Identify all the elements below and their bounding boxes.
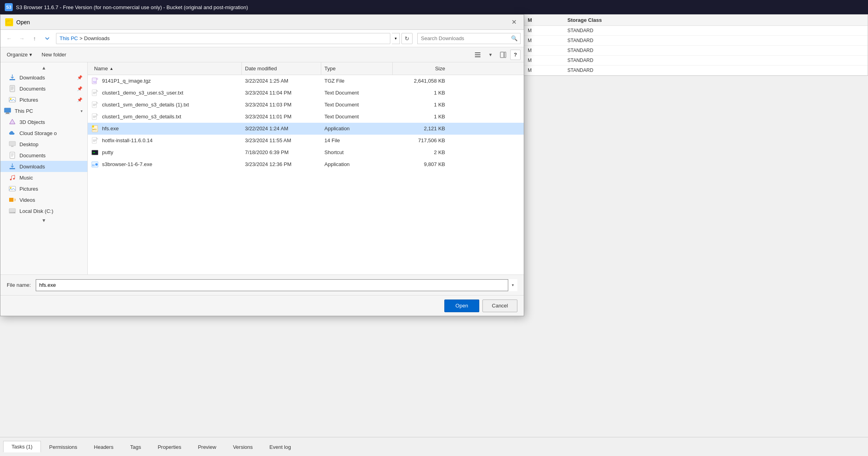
- nav-panel: ▲ Downloads 📌: [0, 62, 88, 274]
- tab-preview[interactable]: Preview: [189, 441, 224, 452]
- col-header-size[interactable]: Size: [393, 62, 448, 75]
- refresh-button[interactable]: ↻: [401, 33, 413, 44]
- view-dropdown-button[interactable]: ▾: [485, 50, 496, 60]
- tab-headers[interactable]: Headers: [86, 441, 122, 452]
- help-button[interactable]: ?: [510, 50, 521, 60]
- svg-rect-18: [10, 152, 15, 158]
- nav-cloud-storage[interactable]: Cloud Storage o: [0, 128, 87, 139]
- toolbar-left: Organize ▾ New folder: [4, 50, 69, 60]
- file-type: Text Document: [321, 90, 393, 96]
- address-bar: ← → ↑ This PC > Downloads ▾ ↻ 🔍: [0, 30, 524, 47]
- up-button[interactable]: ↑: [29, 33, 40, 44]
- breadcrumb-dropdown-button[interactable]: ▾: [392, 33, 400, 44]
- nav-local-disk-label: Local Disk (C:): [19, 208, 53, 214]
- nav-pictures-pc[interactable]: Pictures: [0, 183, 87, 194]
- nav-music[interactable]: Music: [0, 172, 87, 183]
- forward-button[interactable]: →: [16, 33, 27, 44]
- cancel-button[interactable]: Cancel: [482, 299, 517, 312]
- nav-desktop[interactable]: Desktop: [0, 139, 87, 150]
- file-name: cluster1_svm_demo_s3_details.txt: [102, 114, 181, 120]
- svg-rect-9: [9, 97, 15, 102]
- table-row[interactable]: cluster1_svm_demo_s3_details (1).txt 3/2…: [88, 99, 524, 111]
- file-type: TGZ File: [321, 78, 393, 84]
- nav-downloads-pc-label: Downloads: [19, 164, 45, 170]
- breadcrumb-this-pc[interactable]: This PC: [60, 35, 78, 41]
- svg-point-21: [13, 178, 15, 180]
- organize-button[interactable]: Organize ▾: [4, 50, 35, 60]
- local-disk-icon: [8, 207, 16, 215]
- back-button[interactable]: ←: [4, 33, 15, 44]
- close-button[interactable]: ✕: [509, 17, 519, 27]
- svg-marker-25: [15, 198, 15, 202]
- tab-event-log[interactable]: Event log: [261, 441, 299, 452]
- file-list-area: Name ▲ Date modified Type Size: [88, 62, 524, 274]
- col-header-name[interactable]: Name ▲: [91, 62, 242, 75]
- svg-rect-8: [10, 85, 15, 92]
- search-input[interactable]: [421, 35, 508, 41]
- table-row[interactable]: hotfix-install-11.6.0.14 3/23/2024 11:55…: [88, 135, 524, 147]
- table-row[interactable]: TGZ 9141P1_q_image.tgz 3/22/2024 1:25 AM…: [88, 75, 524, 87]
- nav-documents-pc[interactable]: Documents: [0, 150, 87, 161]
- svg-text:S3: S3: [92, 164, 95, 166]
- nav-item-documents-quick[interactable]: Documents 📌: [0, 83, 87, 94]
- file-name-cell: putty: [91, 149, 242, 157]
- nav-videos[interactable]: Videos: [0, 194, 87, 205]
- file-name-cell: cluster1_svm_demo_s3_details (1).txt: [91, 101, 242, 109]
- tab-tasks[interactable]: Tasks (1): [3, 441, 41, 452]
- nav-this-pc[interactable]: This PC ▾: [0, 105, 87, 116]
- scroll-up[interactable]: ▲: [0, 64, 87, 72]
- tab-permissions[interactable]: Permissions: [41, 441, 86, 452]
- table-row[interactable]: putty 7/18/2020 6:39 PM Shortcut 2 KB: [88, 147, 524, 158]
- file-name: putty: [102, 149, 113, 155]
- search-button[interactable]: 🔍: [510, 34, 519, 43]
- dialog-title-text: Open: [16, 19, 30, 25]
- open-dialog: Open ✕ ← → ↑ This PC > Downloads ▾ ↻ 🔍 O…: [0, 14, 524, 316]
- nav-local-disk[interactable]: Local Disk (C:): [0, 205, 87, 216]
- table-row[interactable]: S3 s3browser-11-6-7.exe 3/23/2024 12:36 …: [88, 158, 524, 170]
- table-row[interactable]: HFS hfs.exe 3/22/2024 1:24 AM Applicatio…: [88, 123, 524, 135]
- nav-downloads-pc[interactable]: Downloads: [0, 161, 87, 172]
- s3-icon: S3: [5, 3, 13, 11]
- file-date: 3/22/2024 1:24 AM: [242, 126, 321, 131]
- view-list-button[interactable]: [472, 50, 483, 60]
- file-name-cell: HFS hfs.exe: [91, 125, 242, 133]
- tab-properties[interactable]: Properties: [149, 441, 189, 452]
- svg-rect-3: [475, 54, 480, 55]
- filename-dropdown-button[interactable]: ▾: [508, 279, 517, 291]
- file-date: 7/18/2020 6:39 PM: [242, 149, 321, 155]
- bottom-tabs: Tasks (1) Permissions Headers Tags Prope…: [0, 437, 868, 456]
- nav-item-downloads-quick[interactable]: Downloads 📌: [0, 72, 87, 83]
- col-header-type[interactable]: Type: [321, 62, 393, 75]
- new-folder-button[interactable]: New folder: [39, 50, 69, 60]
- nav-item-pictures-quick[interactable]: Pictures 📌: [0, 94, 87, 105]
- down-arrow-nav[interactable]: [42, 33, 53, 44]
- svg-rect-37: [92, 114, 96, 120]
- pictures-icon: [8, 96, 16, 104]
- scroll-down[interactable]: ▼: [0, 216, 87, 224]
- toolbar-right: ▾ ?: [472, 50, 521, 60]
- file-type: Text Document: [321, 114, 393, 120]
- tab-tags[interactable]: Tags: [122, 441, 149, 452]
- svg-rect-22: [9, 186, 15, 191]
- dialog-buttons: Open Cancel: [0, 295, 524, 316]
- file-size: 1 KB: [393, 90, 448, 96]
- filename-input-container: ▾: [36, 279, 517, 291]
- nav-3d-objects[interactable]: 3D Objects: [0, 116, 87, 128]
- sc-header-col1: M: [528, 17, 552, 23]
- col-header-date[interactable]: Date modified: [242, 62, 321, 75]
- preview-pane-button[interactable]: [498, 50, 509, 60]
- table-row[interactable]: cluster1_demo_s3_user.s3_user.txt 3/23/2…: [88, 87, 524, 99]
- svg-rect-42: [92, 137, 96, 143]
- cloud-storage-icon: [8, 129, 16, 137]
- sc-row-4: M STANDARD: [523, 56, 868, 66]
- sc-row-5: M STANDARD: [523, 66, 868, 75]
- file-name-cell: cluster1_demo_s3_user.s3_user.txt: [91, 89, 242, 97]
- open-button[interactable]: Open: [444, 299, 479, 312]
- filename-input[interactable]: [36, 279, 517, 291]
- file-name-cell: TGZ 9141P1_q_image.tgz: [91, 77, 242, 85]
- table-row[interactable]: cluster1_svm_demo_s3_details.txt 3/23/20…: [88, 111, 524, 123]
- downloads-pin: 📌: [77, 75, 83, 80]
- file-size: 9,807 KB: [393, 161, 448, 167]
- tab-versions[interactable]: Versions: [225, 441, 261, 452]
- svg-rect-24: [9, 198, 14, 202]
